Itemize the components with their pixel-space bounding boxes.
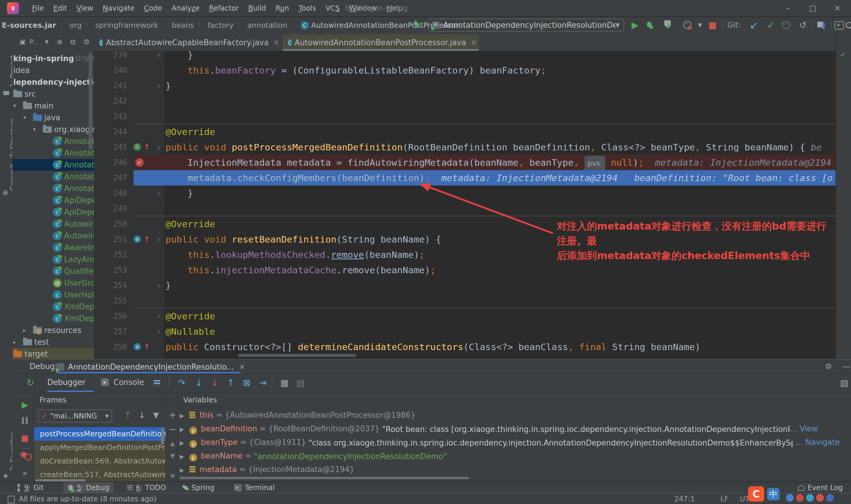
frames-scrollbar[interactable] xyxy=(161,428,164,444)
tree-item-java[interactable]: ▾java xyxy=(13,112,94,124)
tree-item-main[interactable]: ▾main xyxy=(13,100,94,112)
variable-navigate-link[interactable]: Navigate xyxy=(805,438,840,447)
git-history-button[interactable] xyxy=(782,21,790,31)
variable-row-beanName[interactable]: ▶pbeanName = "annotationDependencyInject… xyxy=(180,449,851,463)
frame-up-icon[interactable]: ↑ xyxy=(121,408,134,426)
tree-item-qualifiera[interactable]: cQualifierA xyxy=(13,265,94,277)
tree-item-annotati[interactable]: cAnnotati xyxy=(13,171,94,183)
locate-file-icon[interactable]: ⊕ xyxy=(57,33,62,51)
close-icon[interactable]: × xyxy=(239,363,245,371)
menu-item-run[interactable]: Run xyxy=(271,0,294,17)
step-out-icon[interactable]: ↑ xyxy=(223,374,238,392)
coverage-button[interactable] xyxy=(664,20,675,29)
tree-item-resources[interactable]: ▸resources xyxy=(13,324,94,336)
run-button[interactable]: ▶ xyxy=(628,17,642,33)
menu-item-analyze[interactable]: Analyze xyxy=(167,0,204,17)
trace-settings-icon[interactable]: ▤ xyxy=(293,374,308,392)
tree-item-annotati[interactable]: cAnnotati xyxy=(13,147,94,159)
variable-view-link[interactable]: View xyxy=(800,424,818,433)
profiler-dropdown-icon[interactable]: ▼ xyxy=(695,17,704,33)
drop-frame-icon[interactable]: ⊠ xyxy=(239,374,254,392)
menu-item-build[interactable]: Build xyxy=(243,0,271,17)
tree-item-org-xiaoge-t[interactable]: ▾org.xiaoge.t xyxy=(13,124,94,135)
tree-item-target[interactable]: target xyxy=(13,348,94,359)
frame-row[interactable]: postProcessMergedBeanDefinition:2 xyxy=(34,427,165,441)
inspection-ok-icon[interactable]: ✓ xyxy=(840,50,846,59)
resume-program-icon[interactable]: ▶ xyxy=(19,400,31,410)
run-to-cursor-icon[interactable]: ⇥ xyxy=(255,374,270,392)
rerun-icon[interactable]: ↻ xyxy=(23,374,38,392)
tree-item-awareint[interactable]: cAwareInt xyxy=(13,242,94,253)
maximize-button[interactable]: □ xyxy=(801,0,824,16)
tree-item-usergrou[interactable]: @UserGrou xyxy=(13,277,94,289)
search-everywhere-icon[interactable] xyxy=(846,22,851,30)
tree-item-xmldepe[interactable]: cXmlDepe xyxy=(13,301,94,312)
frame-row[interactable]: applyMergedBeanDefinitionPostPro xyxy=(34,441,165,454)
tree-item-apidepe[interactable]: cApiDepe xyxy=(13,206,94,218)
hamburger-icon[interactable] xyxy=(153,380,160,385)
tool-window-button-5-debug[interactable]: 5: Debug xyxy=(63,482,113,493)
chevron-down-icon[interactable]: ▾ xyxy=(23,112,26,124)
menu-item-code[interactable]: Code xyxy=(139,0,167,17)
menu-item-vcs[interactable]: VCS xyxy=(321,0,344,17)
frames-hscrollbar[interactable] xyxy=(35,479,86,482)
close-icon[interactable]: × xyxy=(273,38,279,47)
tool-window-button-terminal[interactable]: >_Terminal xyxy=(230,482,279,493)
variable-row-metadata[interactable]: ▶metadata = {InjectionMetadata@2194} xyxy=(180,463,851,476)
view-breakpoints-icon[interactable] xyxy=(21,452,31,460)
evaluate-expression-icon[interactable]: ▦ xyxy=(277,374,292,392)
tree-item-annotati[interactable]: cAnnotati xyxy=(13,183,94,194)
menu-item-view[interactable]: View xyxy=(72,0,98,17)
variable-row-beanDefinition[interactable]: ▶pbeanDefinition = {RootBeanDefinition@2… xyxy=(180,422,851,435)
more-debug-actions-icon[interactable]: » xyxy=(19,468,31,478)
menu-item-tools[interactable]: Tools xyxy=(294,0,321,17)
force-step-into-icon[interactable]: ↓ xyxy=(207,374,222,392)
filter-funnel-icon[interactable]: ▼ xyxy=(149,408,163,426)
menu-item-navigate[interactable]: Navigate xyxy=(98,0,140,17)
project-view-dropdown[interactable]: P... xyxy=(30,33,39,51)
expand-arrow-icon[interactable]: ▶ xyxy=(180,412,184,419)
debug-button[interactable] xyxy=(646,21,652,30)
frame-down-icon[interactable]: ↓ xyxy=(135,408,148,426)
tree-item-annotati[interactable]: cAnnotati xyxy=(13,159,94,171)
expand-arrow-icon[interactable]: ▶ xyxy=(180,439,184,446)
step-into-icon[interactable]: ↓ xyxy=(192,374,206,392)
tree-item-idea[interactable]: idea xyxy=(13,65,94,76)
breadcrumb-item[interactable]: factory xyxy=(208,21,234,30)
tool-window-button-6-todo[interactable]: 6: TODO xyxy=(123,482,170,493)
run-configuration-select[interactable]: AnnotationDependencyInjectionResolutionD… xyxy=(428,19,624,32)
tool-window-button-9-git[interactable]: 9: Git xyxy=(12,482,48,493)
menu-item-file[interactable]: File xyxy=(27,0,49,17)
chevron-down-icon[interactable]: ▼ xyxy=(45,33,49,51)
expand-arrow-icon[interactable]: ▶ xyxy=(180,467,184,473)
run-anything-icon[interactable] xyxy=(834,21,844,31)
step-over-icon[interactable]: ↷ xyxy=(174,374,189,392)
git-update-button[interactable]: ↙ xyxy=(746,17,761,33)
debug-settings-gear-icon[interactable]: ⚙ xyxy=(822,360,835,378)
chevron-down-icon[interactable]: ▾ xyxy=(13,100,16,112)
close-icon[interactable]: × xyxy=(471,38,477,47)
chevron-down-icon[interactable]: ▾ xyxy=(33,124,36,135)
chevron-right-icon[interactable]: ▸ xyxy=(23,324,26,336)
line-ending[interactable]: LF xyxy=(720,493,728,504)
build-hammer-icon[interactable] xyxy=(413,21,421,30)
profiler-button[interactable] xyxy=(683,21,695,30)
breadcrumb-item[interactable]: springframework xyxy=(95,21,158,30)
breadcrumb-item[interactable]: annotation xyxy=(247,21,287,30)
thread-selector[interactable]: ✓ "mai...NNING ▼ xyxy=(38,410,112,422)
tree-item-autowiri[interactable]: cAutowiri xyxy=(13,230,94,242)
tree-item-annotati[interactable]: cAnnotati xyxy=(13,135,94,147)
tree-item-test[interactable]: ▸test xyxy=(13,336,94,348)
tree-scrollbar[interactable] xyxy=(89,53,92,150)
breadcrumb-item[interactable]: beans xyxy=(172,21,194,30)
tree-item-king-in-spring[interactable]: king-in-spring D:\wor xyxy=(13,53,94,65)
tree-item-lependency-injection[interactable]: lependency-injection xyxy=(13,76,94,88)
tab-console[interactable]: Console xyxy=(113,378,144,387)
variable-row-this[interactable]: ▶this = {AutowiredAnnotationBeanPostProc… xyxy=(180,408,851,422)
git-commit-button[interactable]: ✓ xyxy=(763,17,778,33)
caret-position[interactable]: 247:1 xyxy=(674,493,695,504)
tree-item-xmldepe[interactable]: cXmlDepe xyxy=(13,312,94,324)
breadcrumb-item[interactable]: org xyxy=(70,21,82,30)
layout-settings-icon[interactable]: ▧ xyxy=(837,374,851,392)
pause-program-icon[interactable] xyxy=(19,417,31,426)
